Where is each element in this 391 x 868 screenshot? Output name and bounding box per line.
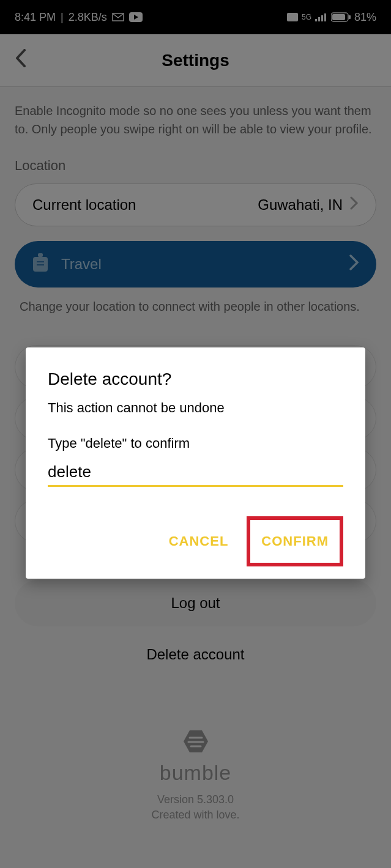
dialog-title: Delete account? (48, 369, 343, 389)
delete-account-dialog: Delete account? This action cannot be un… (26, 347, 365, 579)
dialog-actions: CANCEL CONFIRM (48, 516, 343, 566)
dialog-subtitle: This action cannot be undone (48, 400, 343, 416)
dialog-input-wrap (48, 462, 343, 487)
cancel-button[interactable]: CANCEL (162, 525, 236, 558)
confirm-highlight: CONFIRM (247, 516, 343, 566)
modal-overlay[interactable]: Delete account? This action cannot be un… (0, 0, 391, 868)
confirm-button[interactable]: CONFIRM (254, 525, 336, 558)
dialog-prompt: Type "delete" to confirm (48, 436, 343, 451)
confirm-delete-input[interactable] (48, 462, 343, 481)
